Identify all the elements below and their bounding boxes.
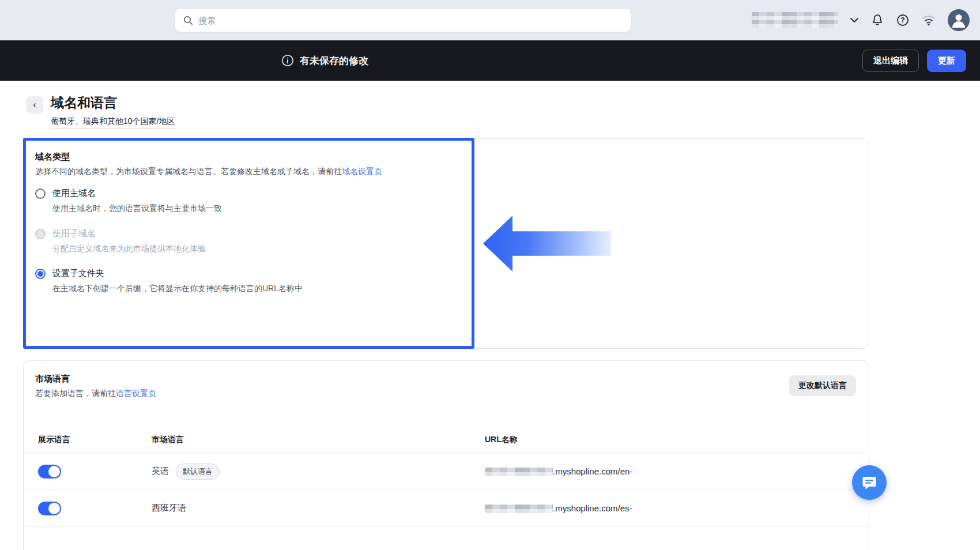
domain-type-description-text: 选择不同的域名类型，为市场设置专属域名与语言。若要修改主域名或子域名，请前往 bbox=[35, 167, 342, 176]
back-chevron-icon: ‹ bbox=[33, 99, 36, 111]
url-prefix-redacted bbox=[485, 467, 553, 476]
market-language-card: 市场语言 若要添加语言，请前往语言设置页 更改默认语言 展示语言 市场语言 UR… bbox=[23, 360, 869, 550]
option-description: 使用主域名时，您的语言设置将与主要市场一致 bbox=[52, 204, 222, 214]
topbar: ? bbox=[0, 0, 980, 40]
domain-type-title: 域名类型 bbox=[35, 152, 70, 163]
unsaved-changes-bar: 有未保存的修改 退出编辑 更新 bbox=[0, 40, 980, 81]
url-prefix-redacted bbox=[485, 504, 553, 513]
info-icon bbox=[281, 54, 294, 67]
chevron-down-icon[interactable] bbox=[850, 17, 859, 23]
unsaved-changes-message: 有未保存的修改 bbox=[281, 40, 368, 81]
domain-type-card: 域名类型 选择不同的域名类型，为市场设置专属域名与语言。若要修改主域名或子域名，… bbox=[23, 138, 869, 349]
option-use-subdomain: 使用子域名 分配自定义域名来为此市场提供本地化体验 bbox=[35, 228, 206, 254]
update-button[interactable]: 更新 bbox=[927, 50, 966, 72]
table-row: 西班牙语 .myshopline.com/es- bbox=[24, 490, 869, 527]
page-title: 域名和语言 bbox=[51, 94, 117, 112]
avatar[interactable] bbox=[948, 9, 970, 31]
search-icon bbox=[183, 16, 193, 25]
option-description: 在主域名下创建一个后缀，它将显示在你支持的每种语言的URL名称中 bbox=[52, 284, 303, 294]
toggle-english[interactable] bbox=[38, 465, 61, 479]
radio-use-primary-domain[interactable]: 使用主域名 bbox=[35, 188, 222, 199]
option-label: 设置子文件夹 bbox=[52, 268, 104, 279]
radio-icon-disabled bbox=[35, 229, 46, 239]
language-table: 展示语言 市场语言 URL名称 英语 默认语言 .myshopline.com/… bbox=[24, 427, 869, 527]
unsaved-changes-text: 有未保存的修改 bbox=[300, 54, 368, 67]
language-name: 西班牙语 bbox=[152, 503, 186, 514]
market-language-title: 市场语言 bbox=[35, 374, 70, 385]
language-name: 英语 bbox=[152, 466, 169, 477]
wifi-icon[interactable] bbox=[921, 14, 936, 27]
table-row: 英语 默认语言 .myshopline.com/en- bbox=[24, 453, 869, 490]
domain-settings-link[interactable]: 域名设置页 bbox=[342, 167, 382, 176]
header-url-name: URL名称 bbox=[485, 435, 854, 445]
url-suffix-text: .myshopline.com/es- bbox=[553, 503, 632, 513]
exit-edit-button[interactable]: 退出编辑 bbox=[862, 50, 919, 72]
market-language-hint: 若要添加语言，请前往语言设置页 bbox=[35, 389, 156, 399]
store-name-redacted bbox=[752, 12, 838, 28]
option-use-primary-domain: 使用主域名 使用主域名时，您的语言设置将与主要市场一致 bbox=[35, 188, 222, 214]
domain-type-description: 选择不同的域名类型，为市场设置专属域名与语言。若要修改主域名或子域名，请前往域名… bbox=[35, 167, 382, 177]
radio-set-subfolder[interactable]: 设置子文件夹 bbox=[35, 268, 303, 279]
hint-text: 若要添加语言，请前往 bbox=[35, 389, 116, 398]
notifications-bell-icon[interactable] bbox=[870, 13, 884, 27]
search-box[interactable] bbox=[175, 8, 632, 32]
language-settings-link[interactable]: 语言设置页 bbox=[116, 389, 156, 398]
option-set-subfolder: 设置子文件夹 在主域名下创建一个后缀，它将显示在你支持的每种语言的URL名称中 bbox=[35, 268, 303, 294]
table-header-row: 展示语言 市场语言 URL名称 bbox=[24, 427, 869, 453]
back-button[interactable]: ‹ bbox=[26, 96, 43, 114]
help-icon[interactable]: ? bbox=[896, 13, 910, 27]
toggle-spanish[interactable] bbox=[38, 502, 61, 515]
change-default-language-button[interactable]: 更改默认语言 bbox=[789, 375, 856, 396]
svg-text:?: ? bbox=[900, 16, 904, 24]
radio-icon[interactable] bbox=[35, 189, 46, 199]
option-label: 使用子域名 bbox=[52, 228, 96, 239]
header-market-language: 市场语言 bbox=[152, 435, 485, 445]
header-display-language: 展示语言 bbox=[38, 435, 152, 445]
option-label: 使用主域名 bbox=[52, 188, 96, 199]
page-subtitle[interactable]: 葡萄牙、瑞典和其他10个国家/地区 bbox=[51, 116, 175, 129]
default-language-badge: 默认语言 bbox=[176, 464, 220, 480]
url-suffix-text: .myshopline.com/en- bbox=[553, 466, 632, 476]
live-chat-button[interactable] bbox=[852, 465, 887, 500]
chat-bubble-icon bbox=[861, 474, 877, 491]
radio-use-subdomain: 使用子域名 bbox=[35, 228, 206, 239]
search-input[interactable] bbox=[198, 16, 623, 25]
option-description: 分配自定义域名来为此市场提供本地化体验 bbox=[52, 244, 206, 254]
radio-icon-selected[interactable] bbox=[35, 269, 46, 279]
